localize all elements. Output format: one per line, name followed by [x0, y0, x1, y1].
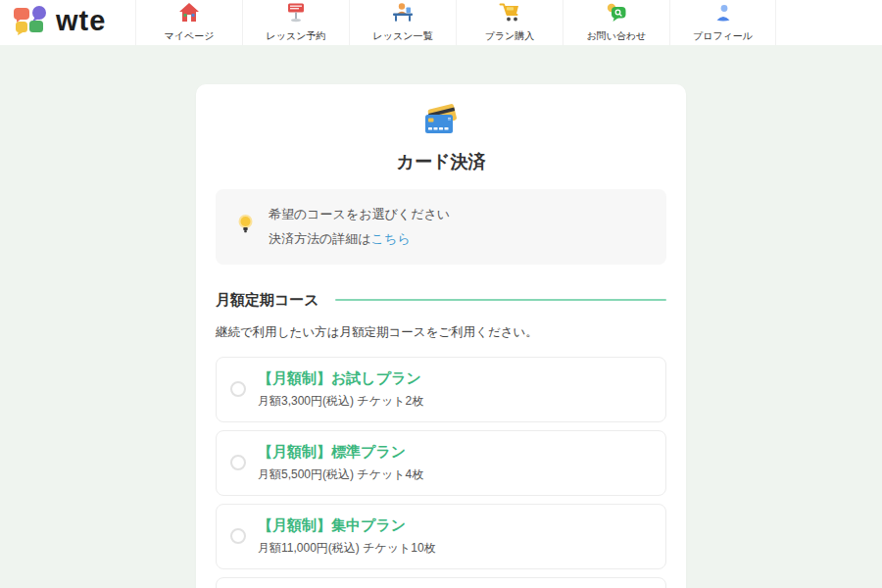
plan-list: 【月額制】お試しプラン 月額3,300円(税込) チケット2枚 【月額制】標準プ… [216, 357, 666, 588]
plan-title: 【月額制】お試しプラン [258, 369, 423, 388]
nav-item-profile[interactable]: プロフィール [669, 0, 776, 45]
radio-button[interactable] [230, 528, 246, 544]
notice-box: 希望のコースをお選びください 決済方法の詳細はこちら [216, 189, 666, 265]
logo[interactable]: wte [0, 0, 135, 45]
top-navigation: wte マイページ レッスン予約 [0, 0, 882, 45]
nav-item-label: お問い合わせ [587, 29, 647, 43]
nav-item-label: レッスン予約 [267, 29, 326, 43]
nav-item-lesson-reserve[interactable]: レッスン予約 [242, 0, 349, 45]
plan-title: 【月額制】標準プラン [258, 443, 423, 462]
notice-text: 希望のコースをお選びください 決済方法の詳細はこちら [269, 202, 450, 252]
plan-option-standard[interactable]: 【月額制】標準プラン 月額5,500円(税込) チケット4枚 [216, 430, 666, 496]
lesson-desk-icon [391, 2, 415, 26]
section-header: 月額定期コース [216, 291, 666, 310]
nav-item-contact[interactable]: お問い合わせ [563, 0, 669, 45]
details-link[interactable]: こちら [371, 231, 411, 246]
plan-detail: 月額3,300円(税込) チケット2枚 [258, 393, 423, 410]
nav-item-label: プラン購入 [485, 29, 535, 43]
signboard-icon [286, 2, 306, 26]
logo-bubbles-icon [13, 4, 48, 41]
home-icon [178, 2, 200, 26]
page-title: カード決済 [216, 150, 666, 173]
plan-option-thorough[interactable]: 【月額制】徹底プラン 月額22,000円(税込) チケット20枚 [216, 577, 666, 588]
lightbulb-icon [237, 213, 254, 240]
radio-button[interactable] [230, 455, 246, 470]
plan-detail: 月額11,000円(税込) チケット10枚 [258, 540, 436, 557]
plan-title: 【月額制】集中プラン [258, 516, 436, 535]
page-body: カード決済 希望のコースをお選びください 決済方法の詳細はこちら 月額定期コース… [0, 84, 882, 588]
nav-item-label: プロフィール [693, 29, 753, 43]
nav-item-lesson-list[interactable]: レッスン一覧 [349, 0, 456, 45]
nav-item-mypage[interactable]: マイページ [135, 0, 242, 45]
nav-item-plan-purchase[interactable]: プラン購入 [456, 0, 563, 45]
person-icon [713, 3, 733, 26]
section-description: 継続で利用したい方は月額定期コースをご利用ください。 [216, 324, 666, 341]
logo-text: wte [56, 7, 106, 39]
section-title: 月額定期コース [216, 291, 319, 310]
radio-button[interactable] [230, 381, 246, 397]
section-divider [335, 299, 666, 301]
plan-detail: 月額5,500円(税込) チケット4枚 [258, 466, 423, 483]
nav-item-label: マイページ [165, 29, 215, 43]
cart-icon [499, 2, 521, 26]
plan-option-trial[interactable]: 【月額制】お試しプラン 月額3,300円(税込) チケット2枚 [216, 357, 666, 422]
nav-item-label: レッスン一覧 [373, 29, 433, 43]
plan-option-intensive[interactable]: 【月額制】集中プラン 月額11,000円(税込) チケット10枚 [216, 504, 666, 569]
credit-card-icon [421, 104, 461, 139]
chat-icon [606, 3, 627, 26]
notice-line2: 決済方法の詳細はこちら [269, 226, 450, 251]
payment-card: カード決済 希望のコースをお選びください 決済方法の詳細はこちら 月額定期コース… [196, 84, 686, 588]
notice-line1: 希望のコースをお選びください [269, 202, 450, 226]
